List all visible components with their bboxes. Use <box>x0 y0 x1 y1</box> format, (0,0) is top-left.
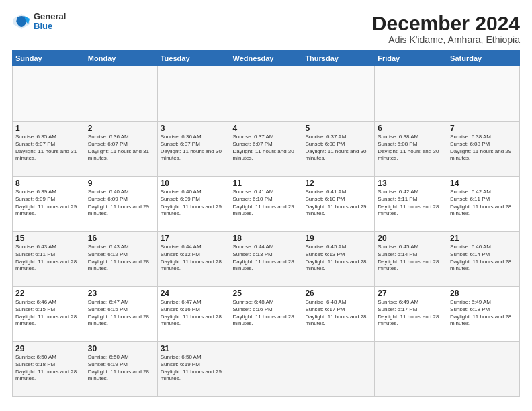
day-info: Sunrise: 6:48 AMSunset: 6:16 PMDaylight:… <box>233 299 300 328</box>
day-number: 7 <box>450 124 517 133</box>
table-row: 30Sunrise: 6:50 AMSunset: 6:19 PMDayligh… <box>85 342 157 397</box>
day-number: 30 <box>88 344 154 353</box>
day-info: Sunrise: 6:42 AMSunset: 6:11 PMDaylight:… <box>378 189 444 218</box>
day-info: Sunrise: 6:44 AMSunset: 6:12 PMDaylight:… <box>161 244 227 273</box>
day-number: 16 <box>88 234 154 243</box>
table-row <box>447 342 520 397</box>
table-row: 2Sunrise: 6:36 AMSunset: 6:07 PMDaylight… <box>85 122 157 177</box>
day-info: Sunrise: 6:38 AMSunset: 6:08 PMDaylight:… <box>450 134 517 163</box>
header: General Blue December 2024 Adis K'idame,… <box>12 12 520 45</box>
header-row: Sunday Monday Tuesday Wednesday Thursday… <box>13 51 520 66</box>
day-info: Sunrise: 6:37 AMSunset: 6:07 PMDaylight:… <box>233 134 300 163</box>
day-number: 4 <box>233 124 300 133</box>
day-number: 14 <box>450 179 517 188</box>
day-number: 23 <box>88 289 154 298</box>
day-info: Sunrise: 6:50 AMSunset: 6:19 PMDaylight:… <box>161 354 227 383</box>
table-row: 15Sunrise: 6:43 AMSunset: 6:11 PMDayligh… <box>13 232 85 287</box>
day-number: 20 <box>378 234 444 243</box>
day-info: Sunrise: 6:42 AMSunset: 6:11 PMDaylight:… <box>450 189 517 218</box>
table-row: 28Sunrise: 6:49 AMSunset: 6:18 PMDayligh… <box>447 287 520 342</box>
day-info: Sunrise: 6:47 AMSunset: 6:16 PMDaylight:… <box>161 299 227 328</box>
calendar-header: Sunday Monday Tuesday Wednesday Thursday… <box>13 51 520 66</box>
logo-general-text: General <box>34 12 66 21</box>
table-row: 26Sunrise: 6:48 AMSunset: 6:17 PMDayligh… <box>302 287 375 342</box>
day-info: Sunrise: 6:43 AMSunset: 6:11 PMDaylight:… <box>15 244 82 273</box>
table-row <box>447 66 520 122</box>
table-row: 13Sunrise: 6:42 AMSunset: 6:11 PMDayligh… <box>375 177 447 232</box>
table-row: 9Sunrise: 6:40 AMSunset: 6:09 PMDaylight… <box>85 177 157 232</box>
day-info: Sunrise: 6:45 AMSunset: 6:13 PMDaylight:… <box>305 244 371 273</box>
month-title: December 2024 <box>372 12 520 34</box>
day-number: 24 <box>161 289 227 298</box>
day-number: 11 <box>233 179 300 188</box>
day-number: 21 <box>450 234 517 243</box>
calendar-week-row: 15Sunrise: 6:43 AMSunset: 6:11 PMDayligh… <box>13 232 520 287</box>
table-row: 8Sunrise: 6:39 AMSunset: 6:09 PMDaylight… <box>13 177 85 232</box>
table-row: 1Sunrise: 6:35 AMSunset: 6:07 PMDaylight… <box>13 122 85 177</box>
table-row <box>85 66 157 122</box>
table-row <box>375 66 447 122</box>
table-row: 4Sunrise: 6:37 AMSunset: 6:07 PMDaylight… <box>230 122 302 177</box>
day-number: 17 <box>161 234 227 243</box>
day-info: Sunrise: 6:41 AMSunset: 6:10 PMDaylight:… <box>305 189 371 218</box>
day-number: 13 <box>378 179 444 188</box>
table-row: 25Sunrise: 6:48 AMSunset: 6:16 PMDayligh… <box>230 287 302 342</box>
table-row: 10Sunrise: 6:40 AMSunset: 6:09 PMDayligh… <box>157 177 230 232</box>
day-info: Sunrise: 6:38 AMSunset: 6:08 PMDaylight:… <box>378 134 444 163</box>
calendar-week-row: 29Sunrise: 6:50 AMSunset: 6:18 PMDayligh… <box>13 342 520 397</box>
day-info: Sunrise: 6:49 AMSunset: 6:18 PMDaylight:… <box>450 299 517 328</box>
table-row: 21Sunrise: 6:46 AMSunset: 6:14 PMDayligh… <box>447 232 520 287</box>
table-row <box>230 342 302 397</box>
logo-icon <box>12 12 31 31</box>
table-row: 19Sunrise: 6:45 AMSunset: 6:13 PMDayligh… <box>302 232 375 287</box>
day-info: Sunrise: 6:43 AMSunset: 6:12 PMDaylight:… <box>88 244 154 273</box>
day-info: Sunrise: 6:45 AMSunset: 6:14 PMDaylight:… <box>378 244 444 273</box>
day-info: Sunrise: 6:36 AMSunset: 6:07 PMDaylight:… <box>88 134 154 163</box>
day-number: 29 <box>15 344 82 353</box>
day-info: Sunrise: 6:41 AMSunset: 6:10 PMDaylight:… <box>233 189 300 218</box>
title-block: December 2024 Adis K'idame, Amhara, Ethi… <box>372 12 520 45</box>
col-thursday: Thursday <box>302 51 375 66</box>
table-row: 24Sunrise: 6:47 AMSunset: 6:16 PMDayligh… <box>157 287 230 342</box>
day-info: Sunrise: 6:49 AMSunset: 6:17 PMDaylight:… <box>378 299 444 328</box>
table-row: 31Sunrise: 6:50 AMSunset: 6:19 PMDayligh… <box>157 342 230 397</box>
table-row: 17Sunrise: 6:44 AMSunset: 6:12 PMDayligh… <box>157 232 230 287</box>
day-number: 26 <box>305 289 371 298</box>
day-info: Sunrise: 6:50 AMSunset: 6:18 PMDaylight:… <box>15 354 82 383</box>
day-number: 2 <box>88 124 154 133</box>
table-row <box>13 66 85 122</box>
table-row <box>302 66 375 122</box>
col-wednesday: Wednesday <box>230 51 302 66</box>
table-row: 12Sunrise: 6:41 AMSunset: 6:10 PMDayligh… <box>302 177 375 232</box>
col-sunday: Sunday <box>13 51 85 66</box>
day-number: 9 <box>88 179 154 188</box>
day-number: 15 <box>15 234 82 243</box>
day-number: 31 <box>161 344 227 353</box>
day-info: Sunrise: 6:47 AMSunset: 6:15 PMDaylight:… <box>88 299 154 328</box>
table-row <box>157 66 230 122</box>
day-number: 25 <box>233 289 300 298</box>
day-number: 19 <box>305 234 371 243</box>
day-number: 5 <box>305 124 371 133</box>
day-info: Sunrise: 6:40 AMSunset: 6:09 PMDaylight:… <box>161 189 227 218</box>
table-row: 5Sunrise: 6:37 AMSunset: 6:08 PMDaylight… <box>302 122 375 177</box>
col-friday: Friday <box>375 51 447 66</box>
table-row: 29Sunrise: 6:50 AMSunset: 6:18 PMDayligh… <box>13 342 85 397</box>
calendar-week-row <box>13 66 520 122</box>
calendar-body: 1Sunrise: 6:35 AMSunset: 6:07 PMDaylight… <box>13 66 520 397</box>
logo-text: General Blue <box>34 12 66 32</box>
col-tuesday: Tuesday <box>157 51 230 66</box>
table-row: 6Sunrise: 6:38 AMSunset: 6:08 PMDaylight… <box>375 122 447 177</box>
col-monday: Monday <box>85 51 157 66</box>
day-number: 12 <box>305 179 371 188</box>
table-row: 23Sunrise: 6:47 AMSunset: 6:15 PMDayligh… <box>85 287 157 342</box>
table-row <box>375 342 447 397</box>
day-info: Sunrise: 6:37 AMSunset: 6:08 PMDaylight:… <box>305 134 371 163</box>
day-info: Sunrise: 6:50 AMSunset: 6:19 PMDaylight:… <box>88 354 154 383</box>
logo-blue-text: Blue <box>34 21 66 31</box>
logo: General Blue <box>12 12 66 32</box>
page: General Blue December 2024 Adis K'idame,… <box>0 0 532 411</box>
day-number: 1 <box>15 124 82 133</box>
table-row: 11Sunrise: 6:41 AMSunset: 6:10 PMDayligh… <box>230 177 302 232</box>
table-row: 22Sunrise: 6:46 AMSunset: 6:15 PMDayligh… <box>13 287 85 342</box>
